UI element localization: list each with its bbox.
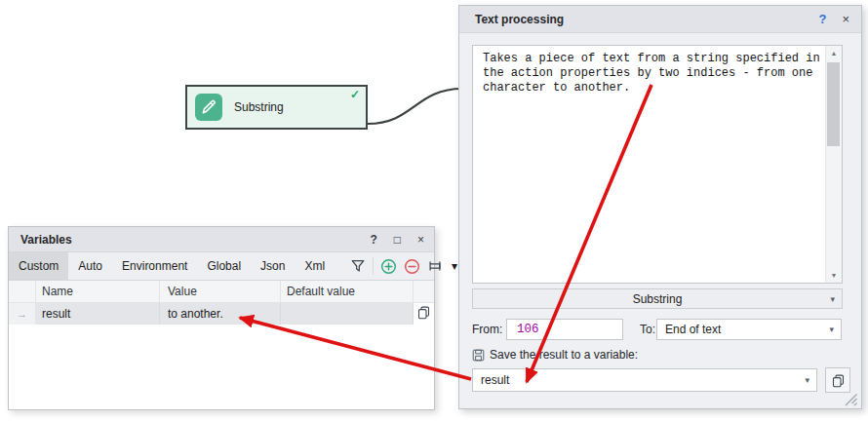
toolbar-separator <box>373 257 374 275</box>
chevron-down-icon: ▾ <box>805 375 809 385</box>
textarea-scrollbar[interactable]: ▲ ▼ <box>825 46 842 283</box>
to-label: To: <box>640 323 655 336</box>
tab-json[interactable]: Json <box>251 252 295 280</box>
tab-environment[interactable]: Environment <box>112 252 197 280</box>
rename-variable-icon[interactable] <box>423 255 447 277</box>
to-value: End of text <box>665 323 721 336</box>
help-icon[interactable]: ? <box>370 233 376 247</box>
dialog-titlebar: Text processing ? × <box>459 6 861 33</box>
cell-actions <box>414 303 434 325</box>
action-type-value: Substring <box>633 292 683 306</box>
help-icon[interactable]: ? <box>818 12 826 26</box>
variables-panel: Variables ? □ × Custom Auto Environment … <box>8 226 435 410</box>
chevron-down-icon: ▾ <box>830 294 835 304</box>
close-icon[interactable]: × <box>842 12 849 26</box>
action-type-dropdown[interactable]: Substring ▾ <box>472 288 843 309</box>
text-processing-dialog: Text processing ? × Takes a piece of tex… <box>458 5 862 409</box>
node-label: Substring <box>234 87 284 128</box>
header-actions-col <box>414 281 434 302</box>
save-result-label: Save the result to a variable: <box>490 348 638 362</box>
row-arrow-icon: → <box>17 308 27 320</box>
variables-tabbar: Custom Auto Environment Global Json Xml <box>9 252 434 281</box>
tab-auto[interactable]: Auto <box>68 252 112 280</box>
cell-default-value[interactable] <box>281 303 414 325</box>
tab-custom[interactable]: Custom <box>9 252 68 280</box>
variables-title: Variables <box>20 233 353 247</box>
description-text: Takes a piece of text from a string spec… <box>473 46 826 100</box>
maximize-icon[interactable]: □ <box>394 233 401 247</box>
variables-table-header: Name Value Default value <box>9 281 434 303</box>
header-default-value[interactable]: Default value <box>281 281 414 302</box>
result-variable-combobox[interactable]: result ▾ <box>472 368 817 392</box>
from-label: From: <box>472 323 502 336</box>
workflow-canvas: Substring ✓ Variables ? □ × Custom Auto … <box>0 0 868 421</box>
from-value: 106 <box>517 323 539 336</box>
header-name[interactable]: Name <box>36 281 160 302</box>
add-variable-icon[interactable] <box>376 255 400 277</box>
save-result-row: Save the result to a variable: <box>472 348 638 362</box>
chevron-down-icon: ▾ <box>829 325 834 334</box>
cell-value[interactable]: to another. <box>160 303 281 325</box>
variables-titlebar: Variables ? □ × <box>9 227 434 252</box>
success-check-icon: ✓ <box>350 88 360 101</box>
header-value[interactable]: Value <box>160 281 281 302</box>
remove-variable-icon[interactable] <box>400 255 423 277</box>
table-row-result[interactable]: → result to another. <box>9 303 434 325</box>
resize-grip[interactable] <box>844 393 858 406</box>
variables-toolbar: ▾ <box>346 252 462 280</box>
scrollbar-thumb[interactable] <box>827 62 840 146</box>
close-icon[interactable]: × <box>417 233 424 247</box>
copy-variable-button[interactable] <box>825 367 850 393</box>
copy-value-icon[interactable] <box>416 305 431 323</box>
to-dropdown[interactable]: End of text ▾ <box>656 319 842 340</box>
dialog-title: Text processing <box>475 13 803 26</box>
from-input[interactable]: 106 <box>506 319 623 340</box>
cell-name[interactable]: result <box>36 303 160 325</box>
filter-icon[interactable] <box>346 255 370 277</box>
save-icon <box>472 349 485 362</box>
row-indicator: → <box>9 303 36 325</box>
tab-xml[interactable]: Xml <box>295 252 335 280</box>
result-variable-value: result <box>481 373 509 387</box>
description-textarea[interactable]: Takes a piece of text from a string spec… <box>472 45 843 284</box>
pencil-icon <box>195 94 222 121</box>
action-node-substring[interactable]: Substring ✓ <box>185 85 368 130</box>
copy-icon <box>831 373 846 388</box>
scroll-up-icon[interactable]: ▲ <box>826 46 842 60</box>
scroll-down-icon[interactable]: ▼ <box>826 268 842 283</box>
tab-global[interactable]: Global <box>197 252 251 280</box>
header-indicator-col <box>9 281 36 302</box>
